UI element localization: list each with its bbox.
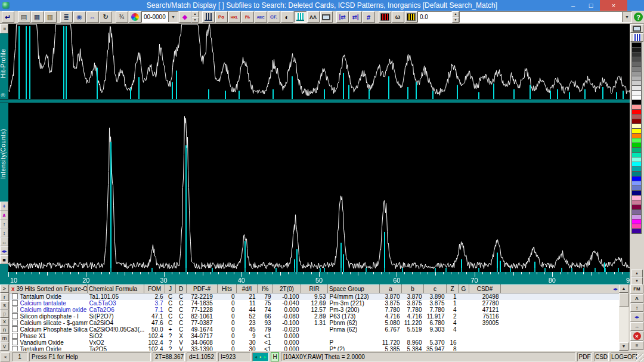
save-icon-button[interactable]: ▦ [31,11,44,23]
pdf-number-combo-button[interactable]: 00-0000▼ [141,11,178,23]
contrast-icon-button[interactable]: ◐ [281,11,293,23]
pattern-nav[interactable]: ◂ ▪ ▸ [252,352,269,361]
column-header[interactable]: Chemical Formula [88,285,144,293]
stop-button[interactable]: ■ [0,255,8,264]
table-tab-m[interactable]: m [0,334,9,342]
offset-spinner-up[interactable]: ▲ [191,11,199,17]
table-tab-p[interactable]: p [0,310,9,318]
table-tab-n[interactable]: n [0,326,9,334]
resize-grip[interactable] [636,354,643,361]
panel-separator[interactable] [0,99,630,103]
table-tab-r[interactable]: r [0,293,9,301]
column-header[interactable]: Space Group [328,285,380,293]
offset-spinner-2-down[interactable]: ▼ [452,17,459,23]
row-checkbox[interactable] [12,300,18,306]
table-row[interactable]: Vanadium OxideVxO2102.4?V34-0608030<10.0… [10,339,620,346]
red-bars-icon-button[interactable] [379,11,391,23]
table-tab-s[interactable]: s [0,301,9,310]
table-scrollbar[interactable]: ▲ ▼ [619,284,628,351]
zoom-up-button[interactable]: ∧ [0,211,8,219]
column-header[interactable]: Hits [218,285,237,293]
column-header[interactable]: I% [258,285,273,293]
scroll-thumb[interactable] [619,293,628,307]
display-mode-button[interactable] [630,24,643,33]
highlight-icon-button[interactable]: ◆ [179,11,191,23]
scale-up-button[interactable]: ↑ [0,219,8,228]
hit-profile-menu-button[interactable]: ≡ [0,24,8,33]
shift-right-icon-button[interactable]: ⇄| [349,11,362,23]
overlay-combo-button[interactable]: ▼ [459,11,632,23]
offset-input-button[interactable]: 0.0 [417,11,452,23]
scroll-left-button[interactable]: < [1,352,10,361]
csd-flag[interactable]: CSD [594,352,609,361]
close-button[interactable]: × [600,0,627,11]
skew-icon-button[interactable]: ¾ [116,11,128,23]
offset-spinner-down[interactable]: ▼ [191,17,199,23]
chevron-down-icon[interactable]: ▼ [622,12,631,22]
table-row[interactable]: Silicon diphosphate - ISi(P2O7)47.1CC82-… [10,313,620,320]
fit-vertical-button[interactable]: ↕ [630,304,643,313]
fit-horizontal-blue-button[interactable]: ◂▸ [630,313,643,321]
column-header[interactable]: J [165,285,176,293]
print-icon-button[interactable]: ▤ [18,11,30,23]
column-header[interactable]: FOM [144,285,165,293]
chevron-down-icon[interactable]: ▼ [168,12,178,22]
abc-icon-button[interactable]: ABC [255,11,267,23]
print-report-icon-button[interactable]: ▥ [44,11,57,23]
column-header[interactable]: RIR [301,285,328,293]
report-list-button[interactable]: ≡ [630,341,643,350]
pan-arrows-icon-button[interactable]: ⇔ [86,11,99,23]
peak-box-button[interactable]: Λ [630,294,643,303]
palette-swatch[interactable] [631,228,642,234]
column-header-hits[interactable]: x39 Hits Sorted on Figure-Of-M... [10,285,88,293]
column-header[interactable]: 2T(0) [273,285,301,293]
row-checkbox[interactable] [12,313,18,319]
row-checkbox[interactable] [12,346,18,351]
delete-button[interactable]: × [630,332,643,341]
offset-spinner-button[interactable]: ▲▼ [191,11,199,23]
hit-profile-chart[interactable] [8,24,630,99]
column-header[interactable]: Z [447,285,459,293]
peak-sticks-icon-button[interactable] [202,11,215,23]
yellow-bars-icon-button[interactable] [405,11,417,23]
color-wheel-icon-button[interactable] [129,11,141,23]
twin-peaks-icon-button[interactable]: ΛΛ [307,11,320,23]
refresh-icon-button[interactable]: ↻ [100,11,112,23]
column-header[interactable]: a [380,285,402,293]
scroll-down-arrow[interactable]: ▼ [619,342,628,351]
table-tab-x[interactable]: x [0,318,9,326]
row-checkbox[interactable] [12,307,18,313]
shift-left-icon-button[interactable]: |⇄ [336,11,349,23]
column-header[interactable]: CSD# [469,285,501,293]
pattern-lines-button[interactable] [630,33,643,42]
column-nav-icon[interactable]: ◂▸ [613,286,618,292]
axis-spin-up[interactable]: ▲ [631,270,643,277]
offset-spinner-2-up[interactable]: ▲ [452,11,459,17]
minimize-button[interactable]: – [564,0,582,11]
fm-button[interactable]: FM [630,284,643,293]
close-hits-icon[interactable]: x [11,286,15,292]
scale-vertical-button[interactable]: ↕ [0,228,8,237]
cf-icon-button[interactable]: CF. [268,11,280,23]
scale-horizontal-button[interactable]: ↔ [0,237,8,246]
po-icon-button[interactable]: Po [215,11,228,23]
column-header[interactable]: #d/I [237,285,258,293]
log-flag[interactable]: LOG=OFF [611,352,637,361]
fit-horizontal-button[interactable]: ↔ [630,322,643,331]
table-tab-v[interactable]: v [0,342,9,351]
bar-chart-icon-button[interactable] [294,11,306,23]
table-tab-next[interactable]: > [0,284,9,293]
tree-view-icon-button[interactable]: ≣ [60,11,73,23]
two-theta-omega-icon-button[interactable]: ω [392,11,404,23]
ipercent-icon-button[interactable]: I% [242,11,254,23]
row-checkbox[interactable] [12,326,18,332]
nav-next-icon[interactable]: ▸ [264,353,267,361]
scroll-up-arrow[interactable]: ▲ [619,284,628,293]
column-header[interactable]: c [424,285,447,293]
row-checkbox[interactable] [12,339,18,345]
table-row[interactable]: Calcium Phosphate SilicateCa2SiO4!0.05Ca… [10,326,620,333]
column-header[interactable]: D [176,285,187,293]
intensity-chart[interactable] [8,103,630,272]
offset-spinner-2-button[interactable]: ▲▼ [452,11,459,23]
monitor-icon-button[interactable] [320,11,333,23]
